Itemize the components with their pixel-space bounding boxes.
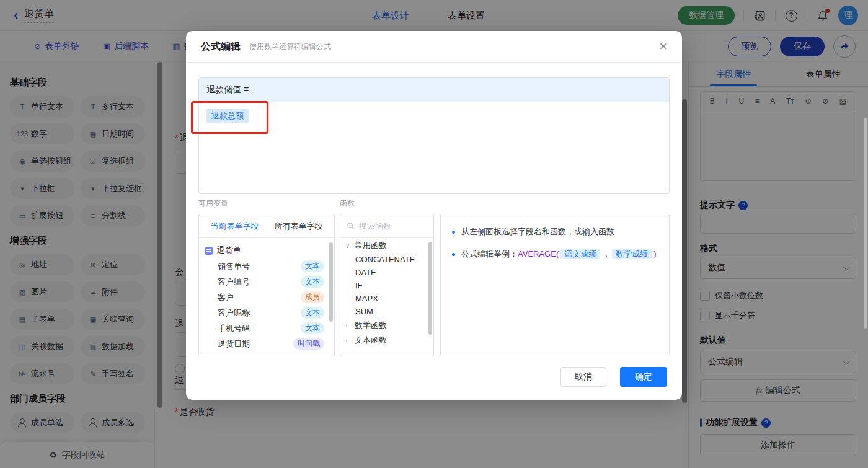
function-item[interactable]: CONCATENATE <box>340 253 433 266</box>
variables-tree: 退货单 销售单号 文本 客户编号 文本 客户 成员 <box>199 238 334 351</box>
formula-editor-modal: 公式编辑 使用数学运算符编辑公式 × 退款储值 = 退款总额 可用变量 函数 当… <box>186 31 682 400</box>
formula-editor-area[interactable]: 退款储值 = 退款总额 <box>198 77 670 194</box>
function-group-text[interactable]: › 文本函数 <box>340 333 433 348</box>
functions-panel: ∨ 常用函数 CONCATENATE DATE IF MAPX SUM › 数学… <box>340 214 434 356</box>
chevron-collapsed-icon: › <box>345 337 352 344</box>
variables-panel: 当前表单字段 所有表单字段 退货单 销售单号 文本 客户编号 文本 <box>198 214 335 356</box>
example-arg-token: 数学成绩 <box>612 249 652 259</box>
variable-field-row[interactable]: 客户 成员 <box>199 289 334 305</box>
variable-field-row[interactable]: 客户昵称 文本 <box>199 305 334 320</box>
window-scrollbar[interactable] <box>864 118 867 329</box>
bullet-icon <box>452 253 455 256</box>
modal-header: 公式编辑 使用数学运算符编辑公式 × <box>186 31 682 63</box>
function-search-input[interactable] <box>359 221 421 231</box>
function-item[interactable]: SUM <box>340 305 433 318</box>
formula-body[interactable]: 退款总额 <box>199 102 669 130</box>
field-type-badge: 文本 <box>301 322 324 334</box>
function-item[interactable]: IF <box>340 279 433 292</box>
tab-current-form-fields[interactable]: 当前表单字段 <box>211 221 259 232</box>
form-doc-icon <box>205 247 213 255</box>
example-arg-token: 语文成绩 <box>560 249 600 259</box>
confirm-button[interactable]: 确定 <box>620 367 667 387</box>
field-type-badge: 文本 <box>301 276 324 288</box>
chevron-collapsed-icon: › <box>345 322 352 329</box>
example-function-name: AVERAGE( <box>518 249 559 258</box>
field-type-badge: 文本 <box>301 307 324 319</box>
cancel-button[interactable]: 取消 <box>560 367 606 387</box>
function-group-math[interactable]: › 数学函数 <box>340 318 433 333</box>
function-search[interactable] <box>340 214 433 238</box>
chevron-expanded-icon: ∨ <box>345 242 352 249</box>
close-icon[interactable]: × <box>659 40 667 53</box>
variable-field-row[interactable]: 退货日期 时间戳 <box>199 336 334 351</box>
variable-field-row[interactable]: 客户编号 文本 <box>199 274 334 289</box>
function-item[interactable]: DATE <box>340 266 433 279</box>
field-type-badge: 时间戳 <box>293 338 324 350</box>
variables-tabs: 当前表单字段 所有表单字段 <box>199 214 334 238</box>
variables-scrollbar[interactable] <box>329 242 333 322</box>
function-group-common[interactable]: ∨ 常用函数 <box>340 238 433 253</box>
variable-field-row[interactable]: 手机号码 文本 <box>199 320 334 336</box>
functions-scrollbar[interactable] <box>428 242 432 335</box>
tree-root-node[interactable]: 退货单 <box>199 242 334 258</box>
modal-subtitle: 使用数学运算符编辑公式 <box>249 42 331 52</box>
hints-panel: 从左侧面板选择字段名和函数，或输入函数 公式编辑举例：AVERAGE(语文成绩，… <box>440 214 670 356</box>
search-icon <box>347 222 355 230</box>
bullet-icon <box>452 231 455 234</box>
field-type-badge: 文本 <box>301 260 324 272</box>
formula-token[interactable]: 退款总额 <box>206 109 249 123</box>
functions-label: 函数 <box>340 198 355 209</box>
field-type-badge: 成员 <box>301 291 324 303</box>
function-item[interactable]: MAPX <box>340 292 433 305</box>
formula-lhs: 退款储值 = <box>199 78 669 102</box>
variable-field-row[interactable]: 销售单号 文本 <box>199 258 334 274</box>
hint-line-1: 从左侧面板选择字段名和函数，或输入函数 <box>452 226 658 238</box>
tab-all-form-fields[interactable]: 所有表单字段 <box>275 221 323 232</box>
variables-label: 可用变量 <box>198 198 228 209</box>
hint-line-2: 公式编辑举例：AVERAGE(语文成绩，数学成绩) <box>452 248 658 260</box>
modal-title: 公式编辑 <box>201 40 241 53</box>
modal-footer: 取消 确定 <box>560 367 667 387</box>
